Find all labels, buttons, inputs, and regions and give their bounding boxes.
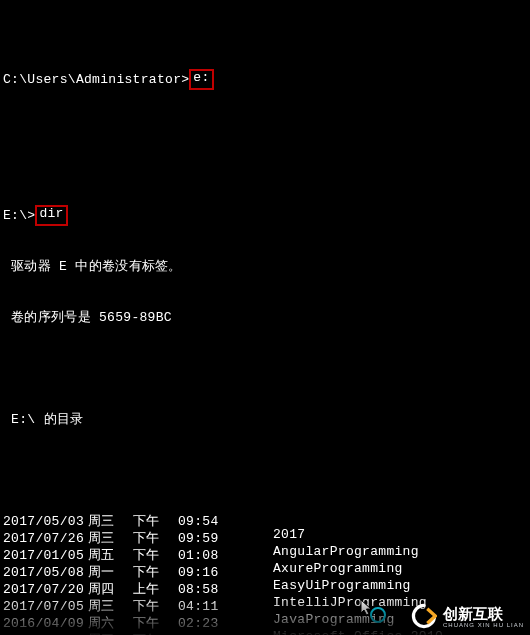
- terminal-window[interactable]: C:\Users\Administrator> e: E:\> dir 驱动器 …: [0, 0, 530, 635]
- dir-time: 09:54: [178, 513, 233, 530]
- volume-serial: 卷的序列号是 5659-89BC: [3, 309, 172, 326]
- blank: [3, 360, 530, 377]
- dir-date: 2017/05/03: [3, 513, 88, 530]
- dir-type: EasyUiProgramming: [233, 564, 343, 581]
- dir-ampm: 上午: [133, 581, 178, 598]
- brand-logo: 创新互联 CHUANG XIN HU LIAN: [411, 603, 524, 629]
- dir-row: 2017/05/08 周一下午09:16EasyUiProgramming: [3, 564, 530, 581]
- watermark-subtitle: CHUANG XIN HU LIAN: [443, 622, 524, 628]
- dir-type: AxureProgramming: [233, 547, 343, 564]
- dir-time: 09:16: [178, 564, 233, 581]
- prompt-line: C:\Users\Administrator> e:: [3, 71, 530, 88]
- dir-type: AngularProgramming: [233, 530, 343, 547]
- watermark-bar: 创新互联 CHUANG XIN HU LIAN: [0, 597, 530, 635]
- dir-type: 2017: [233, 513, 343, 530]
- dir-time: 08:58: [178, 581, 233, 598]
- dir-date: 2017/01/05: [3, 547, 88, 564]
- dir-time: 09:59: [178, 530, 233, 547]
- dir-dayofweek: 周五: [88, 547, 133, 564]
- dir-row: 2017/07/26 周三下午09:59AngularProgramming: [3, 530, 530, 547]
- dir-dayofweek: 周一: [88, 564, 133, 581]
- prompt-prefix: C:\Users\Administrator>: [3, 71, 189, 88]
- logo-mark-icon: [411, 603, 437, 629]
- dir-time: 01:08: [178, 547, 233, 564]
- prompt-line: E:\> dir: [3, 207, 530, 224]
- dir-date: 2017/07/26: [3, 530, 88, 547]
- dir-date: 2017/05/08: [3, 564, 88, 581]
- dir-row: 2017/01/05 周五下午01:08AxureProgramming: [3, 547, 530, 564]
- dir-date: 2017/07/20: [3, 581, 88, 598]
- dir-dayofweek: 周四: [88, 581, 133, 598]
- dir-ampm: 下午: [133, 564, 178, 581]
- directory-of: E:\ 的目录: [3, 411, 83, 428]
- cmd-e-drive: e:: [189, 69, 213, 90]
- cmd-dir: dir: [35, 205, 67, 226]
- dir-dayofweek: 周三: [88, 530, 133, 547]
- dir-type: IntelliJProgramming: [233, 581, 343, 598]
- prompt-prefix: E:\>: [3, 207, 35, 224]
- dir-row: 2017/07/20 周四上午08:58IntelliJProgramming: [3, 581, 530, 598]
- dir-dayofweek: 周三: [88, 513, 133, 530]
- dir-ampm: 下午: [133, 547, 178, 564]
- volume-label: 驱动器 E 中的卷没有标签。: [3, 258, 182, 275]
- dir-row: 2017/05/03 周三下午09:542017: [3, 513, 530, 530]
- dir-ampm: 下午: [133, 513, 178, 530]
- dir-ampm: 下午: [133, 530, 178, 547]
- blank: [3, 122, 530, 139]
- blank: [3, 462, 530, 479]
